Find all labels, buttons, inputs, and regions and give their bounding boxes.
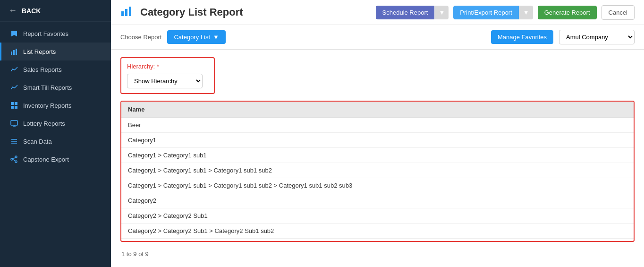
svg-rect-0 <box>11 52 12 55</box>
line-chart-icon <box>10 65 18 74</box>
table-cell-name: Category1 > Category1 sub1 <box>121 148 634 163</box>
schedule-report-dropdown[interactable]: ▼ <box>434 6 449 19</box>
sidebar-item-inventory-reports[interactable]: Inventory Reports <box>0 96 111 114</box>
sidebar-item-lottery-reports[interactable]: Lottery Reports <box>0 114 111 132</box>
sidebar-item-label: Inventory Reports <box>23 102 72 109</box>
table-row: Category2 > Category2 Sub1 <box>121 208 634 224</box>
content-area: Hierarchy: * Show HierarchyHide Hierarch… <box>111 50 644 267</box>
print-export-button[interactable]: Print/Export Report <box>453 6 519 19</box>
sidebar-item-label: Smart Till Reports <box>23 84 72 91</box>
sidebar-item-list-reports[interactable]: List Reports <box>0 43 111 60</box>
table-body: BeerCategory1Category1 > Category1 sub1C… <box>121 118 634 242</box>
share-icon <box>10 155 18 164</box>
hierarchy-select[interactable]: Show HierarchyHide Hierarchy <box>127 74 203 88</box>
sidebar-nav: Report Favorites List Reports Sales Repo… <box>0 22 111 171</box>
back-arrow-icon: ← <box>8 6 17 16</box>
sidebar-item-label: Lottery Reports <box>23 120 65 127</box>
svg-line-17 <box>13 159 15 161</box>
pagination: 1 to 9 of 9 <box>120 249 635 259</box>
table-cell-name: Category1 <box>121 133 634 148</box>
category-list-button[interactable]: Category List ▼ <box>167 30 225 44</box>
choose-report-label: Choose Report <box>120 34 161 41</box>
svg-point-14 <box>15 161 17 163</box>
company-select[interactable]: Amul Company <box>559 30 635 44</box>
print-export-group: Print/Export Report ▼ <box>453 6 533 19</box>
hierarchy-box: Hierarchy: * Show HierarchyHide Hierarch… <box>120 57 215 94</box>
svg-rect-3 <box>11 102 14 105</box>
column-header-name: Name <box>121 102 634 118</box>
sidebar-item-label: Sales Reports <box>23 66 62 73</box>
monitor-icon <box>10 119 18 128</box>
svg-rect-7 <box>11 121 17 125</box>
table-row: Category1 <box>121 133 634 148</box>
page-chart-icon <box>120 5 133 20</box>
sidebar-item-capstone-export[interactable]: Capstone Export <box>0 150 111 168</box>
manage-favorites-button[interactable]: Manage Favorites <box>491 30 553 44</box>
list-icon <box>10 137 18 146</box>
grid-icon <box>10 101 18 110</box>
table-row: Category2 > Category2 Sub1 > Category2 S… <box>121 239 634 242</box>
hierarchy-label: Hierarchy: * <box>127 63 208 70</box>
bar-chart-icon <box>10 47 18 56</box>
print-export-dropdown[interactable]: ▼ <box>519 6 533 19</box>
report-table-container: Name BeerCategory1Category1 > Category1 … <box>120 101 635 242</box>
table-cell-name: Category1 > Category1 sub1 > Category1 s… <box>121 178 634 193</box>
category-btn-arrow: ▼ <box>213 34 219 41</box>
svg-point-15 <box>11 158 13 160</box>
svg-rect-20 <box>129 7 131 16</box>
sidebar-item-sales-reports[interactable]: Sales Reports <box>0 60 111 78</box>
table-row: Category1 > Category1 sub1 <box>121 148 634 163</box>
hierarchy-required-marker: * <box>157 63 159 70</box>
sidebar-item-label: Scan Data <box>23 138 52 145</box>
svg-line-16 <box>13 158 15 160</box>
svg-rect-2 <box>16 49 17 55</box>
smart-till-icon <box>10 83 18 92</box>
sidebar-item-report-favorites[interactable]: Report Favorites <box>0 25 111 43</box>
table-row: Category1 > Category1 sub1 > Category1 s… <box>121 163 634 178</box>
table-row: Beer <box>121 118 634 133</box>
report-table: Name BeerCategory1Category1 > Category1 … <box>121 102 634 242</box>
back-button[interactable]: ← BACK <box>0 0 111 22</box>
svg-rect-5 <box>11 106 14 109</box>
generate-report-button[interactable]: Generate Report <box>538 6 597 19</box>
sidebar-item-label: List Reports <box>23 48 56 55</box>
svg-rect-19 <box>125 9 127 16</box>
sidebar-item-label: Capstone Export <box>23 156 69 163</box>
table-cell-name: Category2 > Category2 Sub1 <box>121 208 634 224</box>
table-cell-name: Category2 <box>121 193 634 208</box>
sidebar-item-smart-till-reports[interactable]: Smart Till Reports <box>0 78 111 96</box>
table-row: Category2 > Category2 Sub1 > Category2 S… <box>121 224 634 239</box>
schedule-report-group: Schedule Report ▼ <box>376 6 449 19</box>
table-row: Category2 <box>121 193 634 208</box>
main-content: Category List Report Schedule Report ▼ P… <box>111 0 644 267</box>
sidebar-item-scan-data[interactable]: Scan Data <box>0 132 111 150</box>
page-title: Category List Report <box>140 6 371 18</box>
bookmark-icon <box>10 29 18 38</box>
svg-rect-4 <box>15 102 17 105</box>
table-cell-name: Category2 > Category2 Sub1 > Category2 S… <box>121 239 634 242</box>
table-row: Category1 > Category1 sub1 > Category1 s… <box>121 178 634 193</box>
sidebar: ← BACK Report Favorites List Reports Sal… <box>0 0 111 267</box>
back-label: BACK <box>22 7 41 15</box>
schedule-report-button[interactable]: Schedule Report <box>376 6 435 19</box>
toolbar: Choose Report Category List ▼ Manage Fav… <box>111 25 644 50</box>
svg-point-13 <box>15 156 17 158</box>
table-header: Name <box>121 102 634 118</box>
table-cell-name: Category1 > Category1 sub1 > Category1 s… <box>121 163 634 178</box>
sidebar-item-label: Report Favorites <box>23 30 68 37</box>
table-cell-name: Beer <box>121 118 634 133</box>
svg-rect-6 <box>15 106 17 109</box>
category-btn-label: Category List <box>174 34 210 41</box>
cancel-button[interactable]: Cancel <box>602 5 635 20</box>
svg-rect-18 <box>121 11 124 16</box>
svg-rect-1 <box>13 50 15 55</box>
header-bar: Category List Report Schedule Report ▼ P… <box>111 0 644 25</box>
table-cell-name: Category2 > Category2 Sub1 > Category2 S… <box>121 224 634 239</box>
